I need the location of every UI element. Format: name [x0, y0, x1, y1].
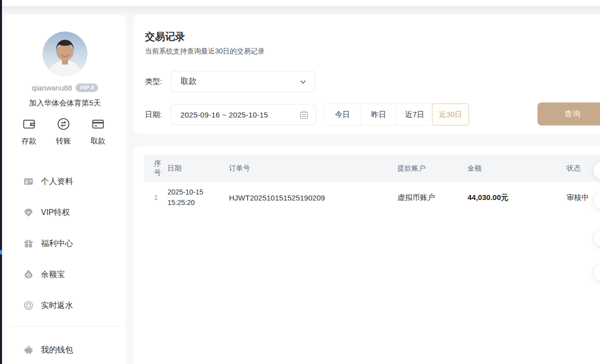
cell-account: 虚拟币账户 [398, 193, 468, 202]
vip-level-badge: VIP 0 [76, 84, 98, 92]
avatar[interactable] [42, 32, 88, 76]
bankcard-icon [90, 116, 106, 132]
table-header-row: 序号 日期 订单号 提款账户 金额 状态 [144, 155, 600, 182]
quick-action-label: 存款 [22, 136, 36, 146]
range-today-button[interactable]: 今日 [324, 104, 360, 125]
quick-action-label: 取款 [90, 136, 106, 146]
date-label: 日期: [145, 110, 171, 120]
user-identity-row: qianwanu88 VIP 0 [4, 84, 126, 92]
search-button[interactable]: 查询 [538, 102, 600, 126]
transaction-table-panel: 序号 日期 订单号 提款账户 金额 状态 1 2025-10-15 15:25:… [134, 146, 600, 364]
type-select[interactable]: 取款 [171, 71, 315, 92]
wallet-icon [22, 116, 36, 132]
sidebar-item-label: 余额宝 [41, 270, 65, 280]
quick-range-group: 今日 昨日 近7日 近30日 [324, 104, 469, 126]
id-card-icon [23, 176, 34, 187]
profile-sidebar: qianwanu88 VIP 0 加入华体会体育第5天 存款 转账 [4, 15, 126, 364]
quick-actions-row: 存款 转账 取款 [16, 116, 111, 146]
money-pouch-icon [23, 269, 34, 280]
type-filter-row: 类型: 取款 [145, 71, 315, 92]
date-range-value: 2025-09-16 ~ 2025-10-15 [180, 110, 268, 119]
top-header-shadow [0, 6, 600, 15]
left-dark-edge [0, 0, 2, 364]
transfer-icon [56, 116, 71, 132]
cell-date-day: 2025-10-15 [168, 188, 204, 196]
join-days-text: 加入华体会体育第5天 [4, 98, 126, 108]
calendar-icon [299, 110, 309, 120]
sidebar-item-vip[interactable]: VIP特权 [4, 197, 126, 228]
cell-date-time: 15:25:20 [168, 198, 195, 206]
column-header-date: 日期 [168, 164, 229, 173]
column-header-amount: 金额 [468, 164, 566, 173]
sidebar-item-wallet[interactable]: 我的钱包 [4, 334, 126, 364]
column-header-account: 提款账户 [398, 164, 468, 173]
column-header-index: 序号 [144, 160, 168, 178]
sidebar-menu: 个人资料 VIP特权 福利中心 余额宝 [4, 166, 126, 321]
sidebar-item-label: VIP特权 [41, 208, 70, 218]
left-edge-marker [0, 250, 2, 254]
sidebar-item-label: 个人资料 [41, 176, 73, 187]
range-7days-button[interactable]: 近7日 [396, 104, 432, 125]
gift-icon [23, 238, 34, 249]
quick-action-label: 转账 [56, 136, 71, 146]
rebate-coin-icon [23, 300, 34, 311]
sidebar-item-yuebao[interactable]: 余额宝 [4, 259, 126, 290]
sidebar-item-profile[interactable]: 个人资料 [4, 166, 126, 197]
sidebar-item-rebate[interactable]: 实时返水 [4, 290, 126, 321]
sidebar-item-label: 我的钱包 [41, 345, 73, 356]
transfer-button[interactable]: 转账 [50, 116, 76, 146]
page-subtitle: 当前系统支持查询最近30日的交易记录 [145, 47, 265, 56]
transaction-filter-panel: 交易记录 当前系统支持查询最近30日的交易记录 类型: 取款 日期: 2025-… [134, 15, 600, 134]
date-filter-row: 日期: 2025-09-16 ~ 2025-10-15 今日 昨日 近7日 近3… [145, 104, 469, 126]
avatar-image [42, 32, 88, 76]
cell-index: 1 [144, 194, 168, 202]
type-selected-value: 取款 [180, 76, 196, 87]
gem-icon [23, 207, 34, 218]
username: qianwanu88 [32, 84, 72, 92]
sidebar-item-benefits[interactable]: 福利中心 [4, 228, 126, 259]
date-range-input[interactable]: 2025-09-16 ~ 2025-10-15 [171, 104, 316, 125]
cell-amount: 44,030.00元 [468, 193, 566, 202]
chevron-down-icon [298, 78, 308, 86]
cell-order-number: HJWT202510151525190209 [229, 194, 398, 202]
cell-date: 2025-10-15 15:25:20 [168, 187, 229, 208]
table-row: 1 2025-10-15 15:25:20 HJWT20251015152519… [144, 182, 600, 213]
range-yesterday-button[interactable]: 昨日 [360, 104, 396, 125]
top-window-strip [0, 0, 600, 6]
sidebar-item-label: 实时返水 [41, 300, 73, 311]
piggy-bank-icon [23, 344, 34, 356]
page-title: 交易记录 [145, 30, 185, 44]
type-label: 类型: [145, 77, 171, 86]
withdraw-button[interactable]: 取款 [85, 116, 111, 146]
deposit-button[interactable]: 存款 [16, 116, 42, 146]
sidebar-item-label: 福利中心 [41, 238, 73, 249]
column-header-order: 订单号 [229, 164, 398, 173]
range-30days-button[interactable]: 近30日 [432, 104, 469, 126]
sidebar-divider [10, 326, 120, 326]
